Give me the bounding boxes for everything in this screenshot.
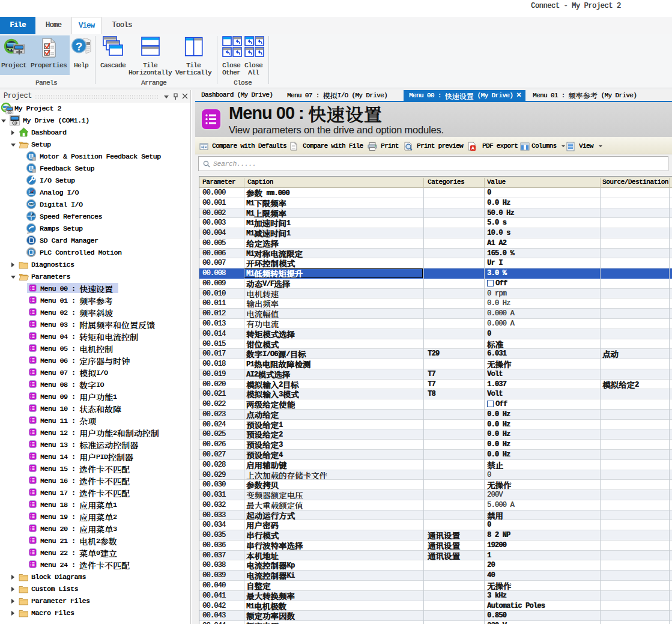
svg-text:A: A	[471, 145, 475, 151]
svg-text:?: ?	[76, 40, 83, 53]
svg-text:010: 010	[29, 202, 35, 206]
